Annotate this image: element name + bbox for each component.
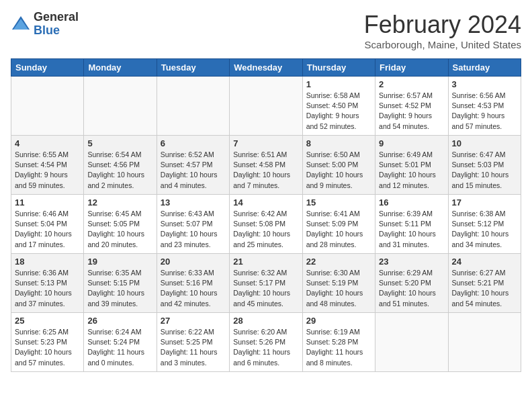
calendar-cell: 25Sunrise: 6:25 AMSunset: 5:23 PMDayligh… (11, 313, 84, 372)
calendar-cell: 15Sunrise: 6:41 AMSunset: 5:09 PMDayligh… (302, 195, 375, 254)
day-info: Sunrise: 6:49 AMSunset: 5:01 PMDaylight:… (379, 150, 444, 191)
day-info: Sunrise: 6:47 AMSunset: 5:03 PMDaylight:… (452, 150, 517, 191)
day-number: 14 (233, 197, 298, 208)
logo: General Blue (11, 11, 79, 38)
day-info: Sunrise: 6:35 AMSunset: 5:15 PMDaylight:… (87, 268, 152, 309)
day-number: 28 (233, 316, 298, 326)
day-info: Sunrise: 6:54 AMSunset: 4:56 PMDaylight:… (87, 150, 152, 191)
calendar-cell (230, 77, 302, 136)
calendar-cell: 22Sunrise: 6:30 AMSunset: 5:19 PMDayligh… (302, 254, 375, 313)
calendar-cell: 11Sunrise: 6:46 AMSunset: 5:04 PMDayligh… (11, 195, 84, 254)
calendar-header-tuesday: Tuesday (157, 59, 229, 77)
day-info: Sunrise: 6:19 AMSunset: 5:28 PMDaylight:… (306, 327, 371, 368)
calendar-cell: 29Sunrise: 6:19 AMSunset: 5:28 PMDayligh… (302, 313, 375, 372)
day-info: Sunrise: 6:29 AMSunset: 5:20 PMDaylight:… (379, 268, 444, 309)
calendar-week-4: 25Sunrise: 6:25 AMSunset: 5:23 PMDayligh… (11, 313, 521, 372)
day-info: Sunrise: 6:36 AMSunset: 5:13 PMDaylight:… (15, 268, 80, 309)
calendar-cell (157, 77, 229, 136)
calendar-week-2: 11Sunrise: 6:46 AMSunset: 5:04 PMDayligh… (11, 195, 521, 254)
day-number: 11 (15, 197, 80, 208)
calendar-cell: 7Sunrise: 6:51 AMSunset: 4:58 PMDaylight… (230, 136, 302, 195)
day-number: 23 (379, 257, 444, 267)
calendar-cell: 17Sunrise: 6:38 AMSunset: 5:12 PMDayligh… (448, 195, 521, 254)
day-number: 7 (233, 138, 298, 148)
calendar-cell (11, 77, 84, 136)
calendar-cell: 10Sunrise: 6:47 AMSunset: 5:03 PMDayligh… (448, 136, 521, 195)
calendar-cell: 28Sunrise: 6:20 AMSunset: 5:26 PMDayligh… (230, 313, 302, 372)
day-number: 13 (161, 197, 226, 208)
day-number: 3 (452, 79, 517, 89)
day-info: Sunrise: 6:27 AMSunset: 5:21 PMDaylight:… (452, 268, 517, 309)
day-info: Sunrise: 6:56 AMSunset: 4:53 PMDaylight:… (452, 91, 517, 132)
day-info: Sunrise: 6:55 AMSunset: 4:54 PMDaylight:… (15, 150, 80, 191)
day-number: 20 (161, 257, 226, 267)
calendar-header-row: SundayMondayTuesdayWednesdayThursdayFrid… (11, 59, 521, 77)
calendar-cell: 27Sunrise: 6:22 AMSunset: 5:25 PMDayligh… (157, 313, 229, 372)
calendar-cell: 18Sunrise: 6:36 AMSunset: 5:13 PMDayligh… (11, 254, 84, 313)
calendar-header-wednesday: Wednesday (230, 59, 302, 77)
day-number: 1 (306, 79, 371, 89)
day-info: Sunrise: 6:46 AMSunset: 5:04 PMDaylight:… (15, 209, 80, 250)
page-header: General Blue February 2024 Scarborough, … (11, 11, 521, 50)
calendar-cell: 8Sunrise: 6:50 AMSunset: 5:00 PMDaylight… (302, 136, 375, 195)
logo-general-text: General (34, 11, 79, 24)
day-number: 4 (15, 138, 80, 148)
day-info: Sunrise: 6:52 AMSunset: 4:57 PMDaylight:… (161, 150, 226, 191)
calendar-cell: 23Sunrise: 6:29 AMSunset: 5:20 PMDayligh… (375, 254, 448, 313)
day-info: Sunrise: 6:38 AMSunset: 5:12 PMDaylight:… (452, 209, 517, 250)
calendar-cell: 4Sunrise: 6:55 AMSunset: 4:54 PMDaylight… (11, 136, 84, 195)
day-number: 29 (306, 316, 371, 326)
day-number: 16 (379, 197, 444, 208)
calendar-cell: 14Sunrise: 6:42 AMSunset: 5:08 PMDayligh… (230, 195, 302, 254)
day-number: 17 (452, 197, 517, 208)
day-number: 12 (87, 197, 152, 208)
day-number: 19 (87, 257, 152, 267)
day-number: 6 (161, 138, 226, 148)
day-info: Sunrise: 6:42 AMSunset: 5:08 PMDaylight:… (233, 209, 298, 250)
day-number: 15 (306, 197, 371, 208)
calendar-cell: 9Sunrise: 6:49 AMSunset: 5:01 PMDaylight… (375, 136, 448, 195)
calendar-cell: 19Sunrise: 6:35 AMSunset: 5:15 PMDayligh… (84, 254, 157, 313)
day-info: Sunrise: 6:41 AMSunset: 5:09 PMDaylight:… (306, 209, 371, 250)
day-number: 9 (379, 138, 444, 148)
day-info: Sunrise: 6:25 AMSunset: 5:23 PMDaylight:… (15, 327, 80, 368)
day-info: Sunrise: 6:39 AMSunset: 5:11 PMDaylight:… (379, 209, 444, 250)
day-number: 5 (87, 138, 152, 148)
day-info: Sunrise: 6:58 AMSunset: 4:50 PMDaylight:… (306, 91, 371, 132)
day-info: Sunrise: 6:20 AMSunset: 5:26 PMDaylight:… (233, 327, 298, 368)
day-number: 2 (379, 79, 444, 89)
day-info: Sunrise: 6:50 AMSunset: 5:00 PMDaylight:… (306, 150, 371, 191)
logo-blue-text: Blue (34, 24, 79, 38)
calendar-cell: 20Sunrise: 6:33 AMSunset: 5:16 PMDayligh… (157, 254, 229, 313)
day-info: Sunrise: 6:51 AMSunset: 4:58 PMDaylight:… (233, 150, 298, 191)
calendar-table: SundayMondayTuesdayWednesdayThursdayFrid… (11, 58, 521, 372)
calendar-cell: 6Sunrise: 6:52 AMSunset: 4:57 PMDaylight… (157, 136, 229, 195)
title-block: February 2024 Scarborough, Maine, United… (364, 11, 521, 50)
day-number: 18 (15, 257, 80, 267)
calendar-cell: 1Sunrise: 6:58 AMSunset: 4:50 PMDaylight… (302, 77, 375, 136)
day-number: 21 (233, 257, 298, 267)
calendar-week-3: 18Sunrise: 6:36 AMSunset: 5:13 PMDayligh… (11, 254, 521, 313)
day-info: Sunrise: 6:30 AMSunset: 5:19 PMDaylight:… (306, 268, 371, 309)
calendar-cell (375, 313, 448, 372)
day-number: 8 (306, 138, 371, 148)
day-number: 26 (87, 316, 152, 326)
calendar-cell: 26Sunrise: 6:24 AMSunset: 5:24 PMDayligh… (84, 313, 157, 372)
location-text: Scarborough, Maine, United States (364, 39, 521, 50)
month-title: February 2024 (364, 11, 521, 39)
day-info: Sunrise: 6:24 AMSunset: 5:24 PMDaylight:… (87, 327, 152, 368)
day-number: 22 (306, 257, 371, 267)
day-number: 27 (161, 316, 226, 326)
day-info: Sunrise: 6:32 AMSunset: 5:17 PMDaylight:… (233, 268, 298, 309)
calendar-header-thursday: Thursday (302, 59, 375, 77)
day-number: 24 (452, 257, 517, 267)
calendar-week-1: 4Sunrise: 6:55 AMSunset: 4:54 PMDaylight… (11, 136, 521, 195)
calendar-cell: 21Sunrise: 6:32 AMSunset: 5:17 PMDayligh… (230, 254, 302, 313)
calendar-cell: 13Sunrise: 6:43 AMSunset: 5:07 PMDayligh… (157, 195, 229, 254)
day-number: 10 (452, 138, 517, 148)
calendar-cell: 12Sunrise: 6:45 AMSunset: 5:05 PMDayligh… (84, 195, 157, 254)
day-info: Sunrise: 6:33 AMSunset: 5:16 PMDaylight:… (161, 268, 226, 309)
calendar-cell (84, 77, 157, 136)
calendar-header-friday: Friday (375, 59, 448, 77)
day-info: Sunrise: 6:22 AMSunset: 5:25 PMDaylight:… (161, 327, 226, 368)
